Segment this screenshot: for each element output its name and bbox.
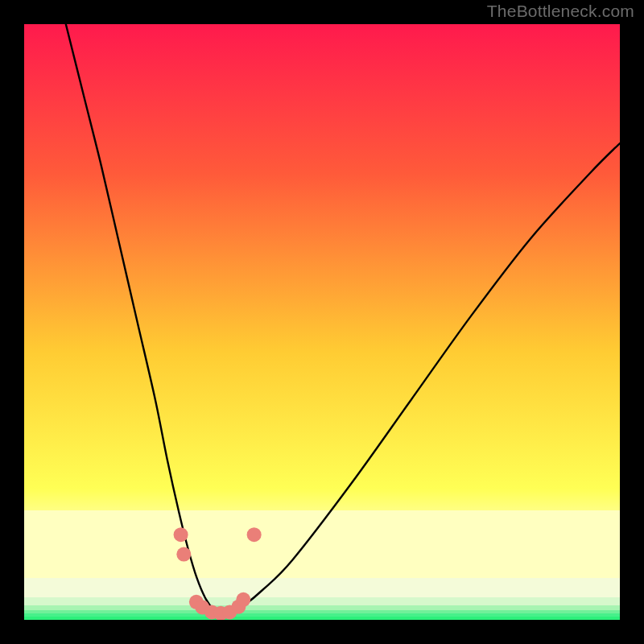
marker-dot [174,527,188,542]
bottleneck-curve [66,24,620,614]
outer-frame: TheBottleneck.com [0,0,644,644]
watermark-text: TheBottleneck.com [487,2,634,21]
marker-dot [247,527,262,542]
chart-svg [24,24,620,620]
marker-dot [176,547,191,562]
plot-area [24,24,620,620]
marker-dot [236,592,250,607]
